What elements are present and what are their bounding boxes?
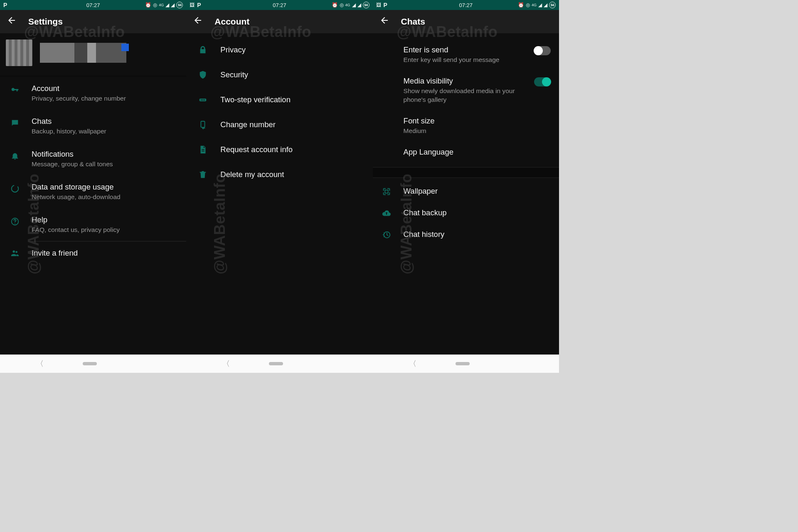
- nav-back-button[interactable]: 〈: [409, 359, 416, 369]
- battery-badge: 94: [549, 2, 556, 8]
- item-title: App Language: [404, 147, 547, 157]
- svg-rect-8: [201, 121, 205, 128]
- item-title: Two-step verification: [220, 95, 291, 105]
- account-item-change-number[interactable]: Change number: [186, 112, 372, 137]
- wallpaper-icon: [382, 187, 404, 196]
- key-icon: [10, 85, 20, 95]
- chats-font-size[interactable]: Font size Medium: [373, 110, 559, 141]
- alarm-icon: ⏰: [518, 2, 524, 8]
- item-subtitle: Medium: [404, 127, 547, 135]
- item-title: Data and storage usage: [32, 182, 179, 192]
- avatar: [6, 39, 32, 66]
- header: Settings: [0, 10, 186, 33]
- hotspot-icon: ◎: [153, 2, 157, 8]
- back-button[interactable]: [379, 15, 389, 28]
- item-title: Chat history: [404, 229, 547, 239]
- status-bar: 🖼 P 07:27 ⏰ ◎ 4G ◢ ◢ 94: [373, 0, 559, 10]
- profile-row[interactable]: [0, 33, 186, 76]
- signal-icon: ◢: [352, 2, 356, 8]
- chat-icon: [10, 118, 20, 128]
- header: Chats: [373, 10, 559, 33]
- signal-icon: ◢: [171, 2, 175, 8]
- back-button[interactable]: [7, 15, 17, 28]
- chats-enter-is-send[interactable]: Enter is send Enter key will send your m…: [373, 39, 559, 70]
- account-item-security[interactable]: Security: [186, 62, 372, 87]
- signal-icon: ◢: [544, 2, 547, 8]
- settings-item-account[interactable]: Account Privacy, security, change number: [0, 77, 186, 110]
- item-title: Chat backup: [404, 208, 547, 218]
- battery-badge: 94: [363, 2, 369, 8]
- item-title: Notifications: [32, 149, 179, 159]
- item-title: Wallpaper: [404, 186, 547, 196]
- settings-item-data[interactable]: Data and storage usage Network usage, au…: [0, 175, 186, 208]
- picture-icon: 🖼: [190, 2, 195, 8]
- svg-point-5: [201, 99, 202, 100]
- bell-icon: [10, 151, 20, 161]
- nav-back-button[interactable]: 〈: [222, 359, 230, 369]
- help-icon: [10, 217, 20, 227]
- svg-point-6: [202, 99, 203, 100]
- item-subtitle: Backup, history, wallpaper: [32, 127, 179, 136]
- settings-item-help[interactable]: Help FAQ, contact us, privacy policy: [0, 208, 186, 241]
- android-nav-bar: 〈: [186, 355, 372, 373]
- item-subtitle: Network usage, auto-download: [32, 193, 179, 202]
- settings-item-chats[interactable]: Chats Backup, history, wallpaper: [0, 110, 186, 143]
- data-usage-icon: [10, 184, 20, 194]
- status-bar: P 07:27 ⏰ ◎ 4G ◢ ◢ 94: [0, 0, 186, 10]
- page-title: Account: [214, 17, 249, 27]
- account-item-request-info[interactable]: Request account info: [186, 137, 372, 162]
- page-title: Settings: [28, 17, 63, 27]
- alarm-icon: ⏰: [332, 2, 338, 8]
- item-title: Request account info: [220, 145, 293, 155]
- nav-home-pill[interactable]: [269, 362, 283, 365]
- history-icon: [382, 230, 404, 239]
- chats-app-language[interactable]: App Language: [373, 141, 559, 163]
- chats-media-visibility[interactable]: Media visibility Show newly downloaded m…: [373, 70, 559, 110]
- status-time: 07:27: [273, 2, 286, 8]
- item-title: Chats: [32, 116, 179, 126]
- hotspot-icon: ◎: [526, 2, 530, 8]
- hotspot-icon: ◎: [340, 2, 344, 8]
- signal-icon: ◢: [165, 2, 169, 8]
- item-title: Security: [220, 70, 248, 80]
- nav-home-pill[interactable]: [456, 362, 470, 365]
- account-item-privacy[interactable]: Privacy: [186, 37, 372, 62]
- item-title: Change number: [220, 120, 276, 130]
- chats-history[interactable]: Chat history: [373, 224, 559, 245]
- chats-wallpaper[interactable]: Wallpaper: [373, 180, 559, 202]
- settings-item-invite[interactable]: Invite a friend: [0, 241, 186, 265]
- nav-home-pill[interactable]: [83, 362, 97, 365]
- section-divider: [373, 167, 559, 178]
- signal-icon: ◢: [538, 2, 542, 8]
- phone-chats: 🖼 P 07:27 ⏰ ◎ 4G ◢ ◢ 94 Chats @WABetaInf…: [373, 0, 559, 373]
- svg-point-7: [204, 99, 205, 100]
- svg-rect-11: [385, 190, 388, 193]
- network-type: 4G: [345, 3, 350, 7]
- item-title: Font size: [404, 116, 547, 126]
- document-icon: [198, 145, 208, 155]
- phone-settings: P 07:27 ⏰ ◎ 4G ◢ ◢ 94 Settings @WABetaIn…: [0, 0, 186, 373]
- nav-back-button[interactable]: 〈: [36, 359, 44, 369]
- status-time: 07:27: [86, 2, 100, 8]
- profile-name-redacted: [40, 43, 126, 63]
- app-indicator-icon: P: [384, 2, 387, 8]
- chats-backup[interactable]: Chat backup: [373, 202, 559, 224]
- battery-badge: 94: [176, 2, 183, 8]
- account-item-delete[interactable]: Delete my account: [186, 162, 372, 187]
- picture-icon: 🖼: [376, 2, 381, 8]
- item-title: Media visibility: [404, 76, 530, 86]
- alarm-icon: ⏰: [145, 2, 151, 8]
- item-title: Privacy: [220, 45, 246, 55]
- android-nav-bar: 〈: [373, 355, 559, 373]
- toggle-enter-send[interactable]: [534, 46, 551, 55]
- app-indicator-icon: P: [3, 2, 7, 8]
- settings-item-notifications[interactable]: Notifications Message, group & call tone…: [0, 143, 186, 175]
- svg-point-0: [12, 185, 19, 192]
- page-title: Chats: [401, 17, 425, 27]
- account-item-two-step[interactable]: Two-step verification: [186, 87, 372, 112]
- phone-account: 🖼 P 07:27 ⏰ ◎ 4G ◢ ◢ 94 Account @WABetaI…: [186, 0, 372, 373]
- sim-swap-icon: [198, 120, 208, 130]
- trash-icon: [198, 170, 208, 180]
- toggle-media-visibility[interactable]: [534, 77, 551, 86]
- back-button[interactable]: [193, 15, 203, 28]
